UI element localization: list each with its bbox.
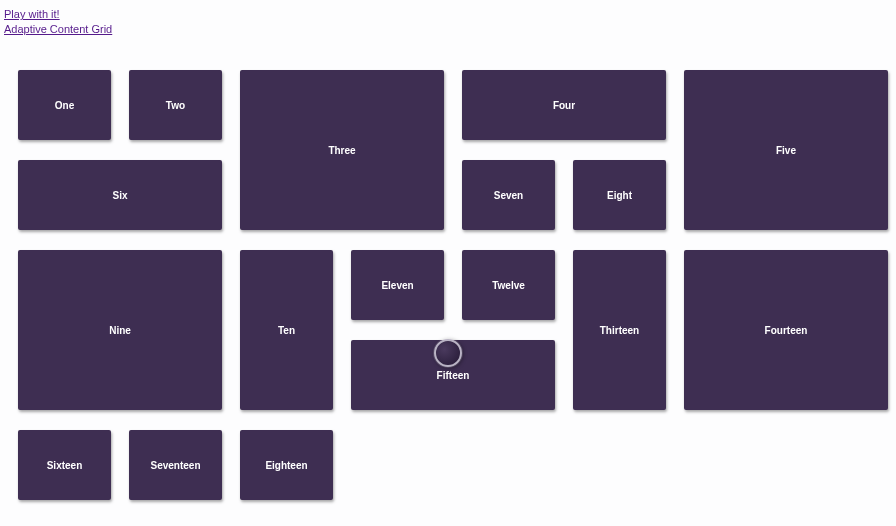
play-with-it-link[interactable]: Play with it! — [4, 8, 60, 20]
grid-tile[interactable]: Eighteen — [240, 430, 333, 500]
grid-tile[interactable]: Six — [18, 160, 222, 230]
grid-tile[interactable]: Three — [240, 70, 444, 230]
grid-tile[interactable]: Nine — [18, 250, 222, 410]
grid-tile[interactable]: Two — [129, 70, 222, 140]
grid-tile[interactable]: Sixteen — [18, 430, 111, 500]
grid-tile[interactable]: Thirteen — [573, 250, 666, 410]
content-grid: OneTwoThreeFourFiveSixSevenEightNineTenE… — [4, 35, 892, 526]
grid-tile[interactable]: Eight — [573, 160, 666, 230]
grid-tile[interactable]: Ten — [240, 250, 333, 410]
grid-tile[interactable]: Fifteen — [351, 340, 555, 410]
grid-tile[interactable]: Eleven — [351, 250, 444, 320]
page-title[interactable]: Adaptive Content Grid — [4, 23, 892, 35]
grid-tile[interactable]: One — [18, 70, 111, 140]
grid-tile[interactable]: Five — [684, 70, 888, 230]
grid-tile[interactable]: Seven — [462, 160, 555, 230]
grid-tile[interactable]: Four — [462, 70, 666, 140]
grid-tile[interactable]: Twelve — [462, 250, 555, 320]
grid-tile[interactable]: Fourteen — [684, 250, 888, 410]
grid-tile[interactable]: Seventeen — [129, 430, 222, 500]
